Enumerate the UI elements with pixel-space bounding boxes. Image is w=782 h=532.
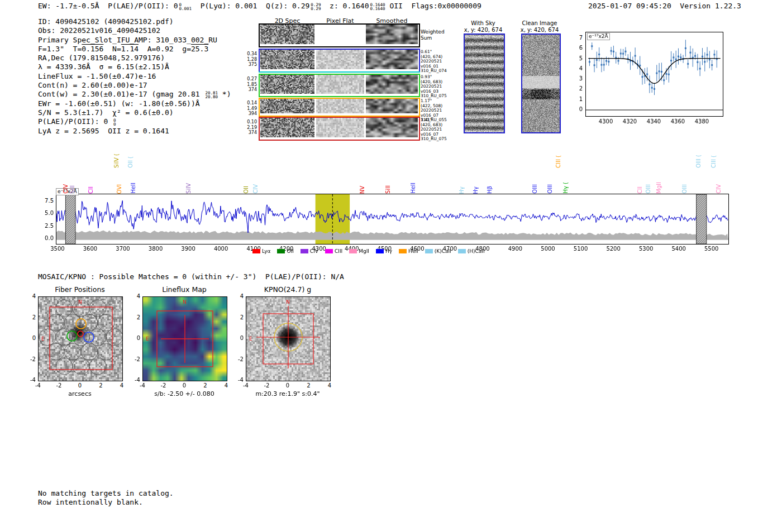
spectrum-xtick: 5000 — [538, 246, 558, 252]
spectral-line-label: OII — [243, 186, 249, 194]
spec2d-panel-2dspec — [260, 50, 314, 69]
spectrum-xtick: 3800 — [146, 246, 166, 252]
spectral-line-label: Hγ — [473, 186, 479, 194]
text-segment: Obs: 20220521v016_4090425102 — [38, 26, 160, 35]
info-line: ID: 4090425102 (4090425102.pdf) — [38, 17, 231, 26]
cutout-caption: s/b: -2.50 +/- 0.080 — [134, 390, 235, 397]
spectrum-ytick: 0.0 — [39, 235, 54, 241]
legend-label: (H)CaII — [468, 248, 485, 254]
fit-plot-ytick: 7 — [576, 35, 583, 41]
cutout-ytick: 2 — [129, 314, 140, 320]
legend-label: CIV — [310, 248, 318, 254]
right-label-line: 310_RU_075 — [421, 137, 447, 142]
stacked-fraction: 0.290.29 — [311, 3, 321, 11]
cutout-ytick: 4 — [129, 293, 140, 299]
fit-plot-ytick: 2 — [576, 85, 583, 92]
cutout-xtick: -2 — [158, 382, 169, 389]
legend-label: CIII — [335, 248, 342, 254]
legend-swatch — [301, 249, 308, 253]
left-label-line: 1.28 — [241, 57, 257, 63]
cutout-xtick: 0 — [282, 382, 293, 389]
legend-swatch — [325, 249, 333, 253]
left-label-line: 375 — [241, 62, 257, 68]
fit-plot-ytick: 0 — [576, 106, 583, 112]
spec2d-panel-pixelflat — [316, 99, 364, 113]
fit-plot-units-label: e⁻¹⁷x2Å — [587, 33, 610, 40]
text-segment: N= — [103, 45, 121, 53]
spectral-line-label: CIV — [252, 184, 259, 194]
spectrum-xtick: 4900 — [505, 246, 525, 252]
text-segment: S/N = 5.3(±1.7) χ² = 0.6(±0.0) — [38, 108, 174, 117]
stack-bottom: 0.001 — [179, 7, 192, 11]
text-segment: P(Lyα): 0.001 Q(z): 0.29 — [192, 2, 309, 10]
text-segment: OII Flags:0x00000009 — [385, 2, 481, 10]
fit-plot-xtick: 4380 — [692, 118, 711, 124]
spectral-line-label: Hγ ( — [562, 182, 569, 194]
spec2d-row-left-labels: 0.102.19374 — [241, 119, 257, 136]
legend-item: Hγ — [376, 248, 392, 254]
spectral-line-label: OII ( — [127, 156, 133, 168]
spec2d-row-right-labels: 0.93"(420, 683)20220521v016_03310_RU_075 — [421, 75, 447, 99]
footer-line: Row intentionally blank. — [38, 498, 174, 507]
cutout-xtick: -2 — [54, 382, 65, 389]
legend-swatch — [399, 249, 407, 253]
legend-swatch — [425, 249, 433, 253]
cutout-caption: arcsecs — [30, 390, 130, 397]
spectrum-xtick: 5200 — [603, 246, 623, 252]
fit-plot-ytick: 5 — [576, 55, 583, 61]
text-segment: *) — [218, 90, 231, 98]
cutout-ytick: 4 — [25, 293, 36, 299]
spectral-line-label: CIII ( — [711, 155, 717, 168]
spectral-line-label: SiIV — [185, 183, 192, 194]
spectrum-xtick: 5100 — [571, 246, 591, 252]
cutout-xtick: -4 — [137, 382, 148, 389]
spec2d-panel-smoothed — [366, 75, 418, 94]
legend-label: (K)CaII — [435, 248, 451, 254]
legend-item: CIII — [325, 248, 342, 254]
text-segment: EW: -1.7±-0.5Å P(LAE)/P(OII): 0 — [38, 2, 178, 10]
fit-plot-xtick: 4320 — [621, 118, 640, 124]
with-sky-title: With Sky — [458, 20, 508, 26]
fit-plot-ytick: 6 — [576, 45, 583, 51]
text-segment: Primary Spec_Slot_IFU_AMP: 310_033_002_R… — [38, 36, 217, 44]
legend-swatch — [349, 249, 357, 253]
spectral-line-label: Hβ — [487, 186, 493, 194]
cutout-xtick: 4 — [116, 382, 127, 389]
info-line: EWr = -1.60(±0.51) (w: -1.80(±0.56))Å — [38, 99, 231, 108]
text-segment: RA,Dec (179.815048,52.979176) — [38, 54, 165, 62]
overline-value: 25.3 — [191, 45, 208, 53]
spec2d-row-left-labels: 0.141.49394 — [241, 100, 257, 117]
spectrum-ytick: 5.0 — [39, 210, 54, 216]
legend-item: MgII — [349, 248, 369, 254]
spectral-line-label: NV — [359, 186, 365, 194]
spectrum-xtick: 5400 — [669, 246, 689, 252]
overline-value: 0.156 — [82, 45, 103, 53]
spec2d-panel-pixelflat — [316, 25, 364, 44]
cutout-xtick: 0 — [74, 382, 85, 389]
cutout-ytick: 0 — [129, 335, 140, 341]
fit-plot-ytick: 4 — [576, 65, 583, 71]
spectral-line-label: CIII ( — [555, 155, 561, 168]
footer-line: No matching targets in catalog. — [38, 489, 174, 498]
legend-item: (K)CaII — [425, 248, 451, 254]
spectral-line-label: SiII — [385, 185, 391, 194]
legend-swatch — [376, 249, 384, 253]
left-label-line: 0.14 — [241, 100, 257, 106]
stacked-fraction: 00.001 — [179, 3, 192, 11]
spec2d-panel-smoothed — [366, 50, 418, 69]
cutout-xtick: 2 — [303, 382, 314, 389]
fit-plot-ytick: 1 — [576, 96, 583, 102]
text-segment: Cont(w) = 2.30(±0.01)e-17 (gmag 20.81 — [38, 90, 204, 98]
spectral-line-label: OVI — [116, 184, 122, 194]
legend-item: OII — [277, 248, 293, 254]
right-label-line: Weighted — [421, 29, 447, 35]
legend-label: HeII — [408, 248, 418, 254]
info-line: LineFlux = -1.50(±0.47)e-16 — [38, 72, 231, 81]
spec2d-panel-pixelflat — [316, 118, 364, 137]
spec2d-row-right-labels: 1.41"(420, 683)20220521v016_07310_RU_075 — [421, 118, 447, 142]
spec2d-panel-2dspec — [260, 118, 314, 137]
spec2d-row-accent-line — [259, 71, 420, 73]
left-label-line: 374 — [241, 130, 257, 136]
timestamp-version: 2025-01-07 09:45:20 Version 1.22.3 — [588, 2, 741, 10]
spectral-line-label: OIII ( — [695, 155, 702, 168]
